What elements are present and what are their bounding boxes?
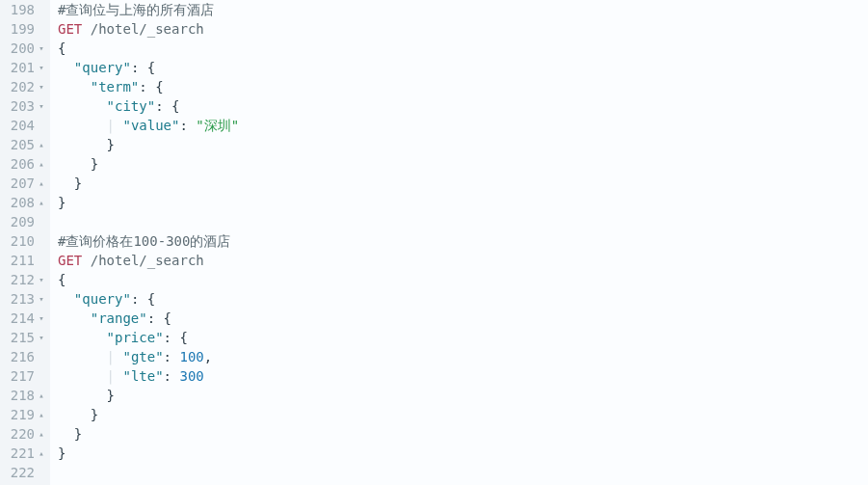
code-line[interactable]: #查询位与上海的所有酒店 (58, 0, 868, 19)
gutter-line: 207▴ (0, 174, 46, 193)
token (58, 330, 107, 345)
line-number: 215 (8, 328, 37, 347)
code-line[interactable]: "range": { (58, 309, 868, 328)
code-line[interactable]: "query": { (58, 58, 868, 77)
code-line[interactable]: "city": { (58, 96, 868, 116)
gutter-line: 220▴ (0, 424, 46, 444)
token: : (179, 118, 196, 133)
fold-close-icon[interactable]: ▴ (37, 135, 46, 154)
fold-open-icon[interactable]: ▾ (37, 39, 46, 58)
line-number: 199 (8, 19, 37, 39)
code-line[interactable]: GET /hotel/_search (58, 251, 868, 270)
fold-open-icon[interactable]: ▾ (37, 328, 46, 347)
token (58, 118, 107, 133)
line-number: 218 (8, 386, 37, 405)
line-number: 214 (8, 309, 37, 328)
line-number: 220 (8, 424, 37, 444)
fold-open-icon[interactable]: ▾ (37, 96, 46, 116)
fold-open-icon[interactable]: ▾ (37, 309, 46, 328)
gutter-line: 209 (0, 212, 46, 231)
line-number: 205 (8, 135, 37, 154)
line-number: 219 (8, 405, 37, 424)
line-number: 202 (8, 77, 37, 96)
fold-open-icon[interactable]: ▾ (37, 77, 46, 96)
code-line[interactable]: { (58, 270, 868, 289)
gutter-line: 203▾ (0, 96, 46, 116)
fold-close-icon[interactable]: ▴ (37, 174, 46, 193)
gutter-line: 199 (0, 19, 46, 39)
token (58, 349, 107, 364)
token (82, 21, 90, 37)
line-number: 200 (8, 39, 37, 58)
fold-close-icon[interactable]: ▴ (37, 424, 46, 444)
code-line[interactable]: "query": { (58, 289, 868, 309)
code-line[interactable]: } (58, 154, 868, 174)
line-number: 212 (8, 270, 37, 289)
code-line[interactable]: } (58, 424, 868, 444)
code-line[interactable]: "term": { (58, 77, 868, 96)
token: /hotel/_search (91, 21, 204, 37)
gutter-line: 205▴ (0, 135, 46, 154)
fold-close-icon[interactable]: ▴ (37, 193, 46, 212)
gutter-line: 211 (0, 251, 46, 270)
token: } (91, 156, 98, 172)
token: "深圳" (196, 118, 239, 133)
gutter: 198199200▾201▾202▾203▾204205▴206▴207▴208… (0, 0, 50, 485)
code-line[interactable]: #查询价格在100-300的酒店 (58, 231, 868, 251)
token: } (58, 445, 66, 461)
fold-open-icon[interactable]: ▾ (37, 270, 46, 289)
token (58, 79, 91, 94)
gutter-line: 206▴ (0, 154, 46, 174)
fold-open-icon[interactable]: ▾ (37, 289, 46, 309)
token (58, 426, 74, 442)
code-line[interactable]: GET /hotel/_search (58, 19, 868, 39)
gutter-line: 202▾ (0, 77, 46, 96)
code-editor[interactable]: 198199200▾201▾202▾203▾204205▴206▴207▴208… (0, 0, 868, 485)
code-line[interactable]: | "value": "深圳" (58, 116, 868, 135)
token: "lte" (122, 368, 163, 384)
token: "term" (91, 79, 140, 94)
code-line[interactable]: } (58, 405, 868, 424)
gutter-line: 215▾ (0, 328, 46, 347)
code-line[interactable]: } (58, 193, 868, 212)
fold-open-icon[interactable]: ▾ (37, 58, 46, 77)
code-line[interactable]: } (58, 135, 868, 154)
line-number: 201 (8, 58, 37, 77)
token: | (107, 368, 115, 384)
token: , (204, 349, 212, 364)
gutter-line: 213▾ (0, 289, 46, 309)
token (58, 137, 107, 152)
code-line[interactable] (58, 463, 868, 482)
token: #查询价格在100-300的酒店 (58, 233, 230, 249)
token: } (107, 137, 115, 152)
gutter-line: 218▴ (0, 386, 46, 405)
token (58, 407, 91, 422)
fold-close-icon[interactable]: ▴ (37, 154, 46, 174)
code-area[interactable]: #查询位与上海的所有酒店GET /hotel/_search{ "query":… (50, 0, 868, 485)
token: | (107, 349, 115, 364)
token (58, 310, 91, 326)
code-line[interactable]: | "lte": 300 (58, 366, 868, 386)
token: : { (155, 98, 179, 114)
line-number: 209 (8, 212, 37, 231)
line-number: 207 (8, 174, 37, 193)
gutter-line: 219▴ (0, 405, 46, 424)
fold-close-icon[interactable]: ▴ (37, 386, 46, 405)
fold-close-icon[interactable]: ▴ (37, 444, 46, 463)
code-line[interactable]: } (58, 386, 868, 405)
code-line[interactable]: } (58, 174, 868, 193)
token: : (164, 349, 180, 364)
token: { (58, 272, 66, 287)
gutter-line: 221▴ (0, 444, 46, 463)
token: "gte" (122, 349, 163, 364)
code-line[interactable]: "price": { (58, 328, 868, 347)
fold-close-icon[interactable]: ▴ (37, 405, 46, 424)
line-number: 203 (8, 96, 37, 116)
code-line[interactable]: { (58, 39, 868, 58)
token: #查询位与上海的所有酒店 (58, 2, 214, 17)
code-line[interactable] (58, 212, 868, 231)
code-line[interactable]: | "gte": 100, (58, 347, 868, 366)
code-line[interactable]: } (58, 444, 868, 463)
gutter-line: 217 (0, 366, 46, 386)
token (58, 368, 107, 384)
